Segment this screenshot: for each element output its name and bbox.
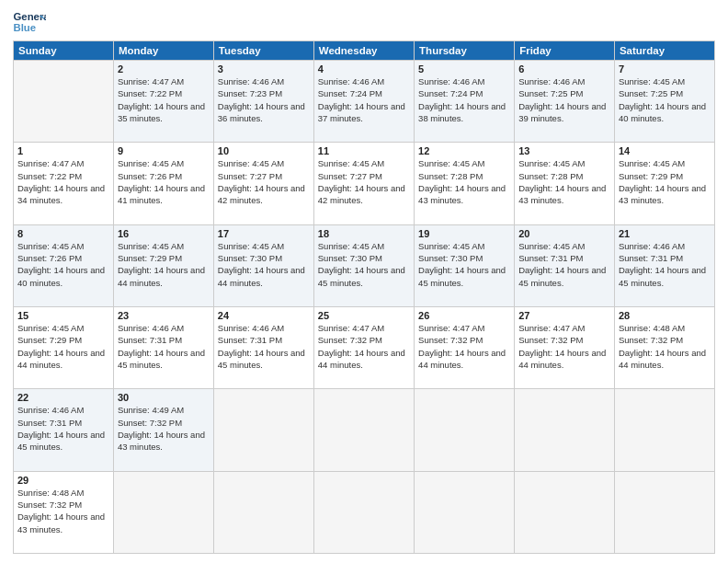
day-header: Thursday bbox=[415, 41, 515, 61]
day-info: Sunrise: 4:45 AMSunset: 7:26 PMDaylight:… bbox=[17, 240, 109, 289]
day-number: 18 bbox=[318, 228, 410, 239]
day-number: 26 bbox=[418, 310, 510, 321]
day-info: Sunrise: 4:46 AMSunset: 7:31 PMDaylight:… bbox=[17, 404, 109, 453]
day-number: 5 bbox=[418, 63, 510, 75]
calendar-cell bbox=[213, 471, 313, 553]
day-info: Sunrise: 4:45 AMSunset: 7:27 PMDaylight:… bbox=[218, 157, 310, 206]
day-header: Saturday bbox=[614, 41, 714, 61]
calendar-cell: 19Sunrise: 4:45 AMSunset: 7:30 PMDayligh… bbox=[415, 224, 515, 306]
day-number: 2 bbox=[118, 63, 210, 75]
svg-text:Blue: Blue bbox=[14, 22, 37, 33]
day-info: Sunrise: 4:46 AMSunset: 7:24 PMDaylight:… bbox=[418, 75, 510, 124]
calendar-cell bbox=[614, 471, 714, 553]
calendar-cell: 30Sunrise: 4:49 AMSunset: 7:32 PMDayligh… bbox=[113, 389, 213, 471]
day-number: 23 bbox=[118, 310, 210, 321]
calendar-cell: 25Sunrise: 4:47 AMSunset: 7:32 PMDayligh… bbox=[313, 306, 414, 388]
day-info: Sunrise: 4:45 AMSunset: 7:29 PMDaylight:… bbox=[619, 157, 711, 206]
day-info: Sunrise: 4:47 AMSunset: 7:32 PMDaylight:… bbox=[318, 322, 410, 371]
day-info: Sunrise: 4:45 AMSunset: 7:30 PMDaylight:… bbox=[318, 240, 410, 289]
calendar-cell: 8Sunrise: 4:45 AMSunset: 7:26 PMDaylight… bbox=[14, 224, 114, 306]
calendar-cell bbox=[614, 389, 714, 471]
calendar-cell: 17Sunrise: 4:45 AMSunset: 7:30 PMDayligh… bbox=[213, 224, 313, 306]
calendar-header-row: SundayMondayTuesdayWednesdayThursdayFrid… bbox=[14, 41, 715, 61]
calendar-cell bbox=[415, 471, 515, 553]
day-header: Monday bbox=[113, 41, 213, 61]
calendar-cell: 7Sunrise: 4:45 AMSunset: 7:25 PMDaylight… bbox=[614, 61, 714, 143]
day-number: 6 bbox=[518, 63, 610, 75]
day-number: 28 bbox=[619, 310, 711, 321]
day-number: 24 bbox=[218, 310, 310, 321]
day-number: 14 bbox=[619, 145, 711, 156]
calendar-cell: 3Sunrise: 4:46 AMSunset: 7:23 PMDaylight… bbox=[213, 61, 313, 143]
day-number: 22 bbox=[17, 392, 109, 403]
calendar-cell bbox=[415, 389, 515, 471]
day-number: 10 bbox=[218, 145, 310, 156]
day-info: Sunrise: 4:47 AMSunset: 7:32 PMDaylight:… bbox=[418, 322, 510, 371]
day-info: Sunrise: 4:47 AMSunset: 7:22 PMDaylight:… bbox=[17, 157, 109, 206]
calendar-cell: 27Sunrise: 4:47 AMSunset: 7:32 PMDayligh… bbox=[515, 306, 615, 388]
day-header: Wednesday bbox=[313, 41, 414, 61]
day-number: 19 bbox=[418, 228, 510, 239]
day-number: 8 bbox=[17, 228, 109, 239]
calendar-week-row: 1Sunrise: 4:47 AMSunset: 7:22 PMDaylight… bbox=[14, 143, 715, 224]
calendar-cell: 18Sunrise: 4:45 AMSunset: 7:30 PMDayligh… bbox=[313, 224, 414, 306]
day-info: Sunrise: 4:45 AMSunset: 7:29 PMDaylight:… bbox=[118, 240, 210, 289]
calendar-cell bbox=[515, 389, 615, 471]
calendar-cell: 29Sunrise: 4:48 AMSunset: 7:32 PMDayligh… bbox=[14, 471, 114, 553]
calendar-week-row: 2Sunrise: 4:47 AMSunset: 7:22 PMDaylight… bbox=[14, 61, 715, 143]
day-number: 16 bbox=[118, 228, 210, 239]
calendar-cell bbox=[313, 389, 414, 471]
page: General Blue SundayMondayTuesdayWednesda… bbox=[0, 0, 728, 563]
day-info: Sunrise: 4:45 AMSunset: 7:26 PMDaylight:… bbox=[118, 157, 210, 206]
day-number: 3 bbox=[218, 63, 310, 75]
day-info: Sunrise: 4:48 AMSunset: 7:32 PMDaylight:… bbox=[619, 322, 711, 371]
calendar-cell: 14Sunrise: 4:45 AMSunset: 7:29 PMDayligh… bbox=[614, 143, 714, 224]
day-info: Sunrise: 4:45 AMSunset: 7:31 PMDaylight:… bbox=[518, 240, 610, 289]
logo-icon: General Blue bbox=[13, 9, 46, 35]
day-header: Tuesday bbox=[213, 41, 313, 61]
calendar-cell: 21Sunrise: 4:46 AMSunset: 7:31 PMDayligh… bbox=[614, 224, 714, 306]
day-info: Sunrise: 4:45 AMSunset: 7:25 PMDaylight:… bbox=[619, 75, 711, 124]
day-number: 25 bbox=[318, 310, 410, 321]
day-number: 20 bbox=[518, 228, 610, 239]
day-info: Sunrise: 4:46 AMSunset: 7:31 PMDaylight:… bbox=[619, 240, 711, 289]
day-number: 21 bbox=[619, 228, 711, 239]
day-info: Sunrise: 4:45 AMSunset: 7:27 PMDaylight:… bbox=[318, 157, 410, 206]
calendar-cell: 28Sunrise: 4:48 AMSunset: 7:32 PMDayligh… bbox=[614, 306, 714, 388]
day-number: 17 bbox=[218, 228, 310, 239]
day-info: Sunrise: 4:45 AMSunset: 7:29 PMDaylight:… bbox=[17, 322, 109, 371]
day-number: 27 bbox=[518, 310, 610, 321]
day-info: Sunrise: 4:45 AMSunset: 7:30 PMDaylight:… bbox=[218, 240, 310, 289]
calendar-cell: 6Sunrise: 4:46 AMSunset: 7:25 PMDaylight… bbox=[515, 61, 615, 143]
day-number: 13 bbox=[518, 145, 610, 156]
day-info: Sunrise: 4:45 AMSunset: 7:28 PMDaylight:… bbox=[518, 157, 610, 206]
calendar-cell bbox=[213, 389, 313, 471]
day-info: Sunrise: 4:48 AMSunset: 7:32 PMDaylight:… bbox=[17, 487, 109, 535]
day-number: 7 bbox=[619, 63, 711, 75]
calendar-cell: 2Sunrise: 4:47 AMSunset: 7:22 PMDaylight… bbox=[113, 61, 213, 143]
day-info: Sunrise: 4:45 AMSunset: 7:30 PMDaylight:… bbox=[418, 240, 510, 289]
day-number: 11 bbox=[318, 145, 410, 156]
calendar-cell bbox=[313, 471, 414, 553]
calendar-week-row: 15Sunrise: 4:45 AMSunset: 7:29 PMDayligh… bbox=[14, 306, 715, 388]
day-header: Friday bbox=[515, 41, 615, 61]
calendar-cell: 16Sunrise: 4:45 AMSunset: 7:29 PMDayligh… bbox=[113, 224, 213, 306]
calendar-cell: 13Sunrise: 4:45 AMSunset: 7:28 PMDayligh… bbox=[515, 143, 615, 224]
calendar-cell: 10Sunrise: 4:45 AMSunset: 7:27 PMDayligh… bbox=[213, 143, 313, 224]
day-number: 15 bbox=[17, 310, 109, 321]
day-number: 1 bbox=[17, 145, 109, 156]
logo: General Blue bbox=[13, 9, 46, 35]
calendar-cell bbox=[14, 61, 114, 143]
day-number: 9 bbox=[118, 145, 210, 156]
calendar-cell: 26Sunrise: 4:47 AMSunset: 7:32 PMDayligh… bbox=[415, 306, 515, 388]
calendar-cell: 9Sunrise: 4:45 AMSunset: 7:26 PMDaylight… bbox=[113, 143, 213, 224]
day-info: Sunrise: 4:46 AMSunset: 7:31 PMDaylight:… bbox=[218, 322, 310, 371]
calendar-week-row: 22Sunrise: 4:46 AMSunset: 7:31 PMDayligh… bbox=[14, 389, 715, 471]
day-info: Sunrise: 4:47 AMSunset: 7:32 PMDaylight:… bbox=[518, 322, 610, 371]
calendar-cell: 11Sunrise: 4:45 AMSunset: 7:27 PMDayligh… bbox=[313, 143, 414, 224]
day-number: 4 bbox=[318, 63, 410, 75]
calendar-table: SundayMondayTuesdayWednesdayThursdayFrid… bbox=[13, 40, 715, 554]
day-info: Sunrise: 4:47 AMSunset: 7:22 PMDaylight:… bbox=[118, 75, 210, 124]
day-info: Sunrise: 4:46 AMSunset: 7:24 PMDaylight:… bbox=[318, 75, 410, 124]
day-header: Sunday bbox=[14, 41, 114, 61]
